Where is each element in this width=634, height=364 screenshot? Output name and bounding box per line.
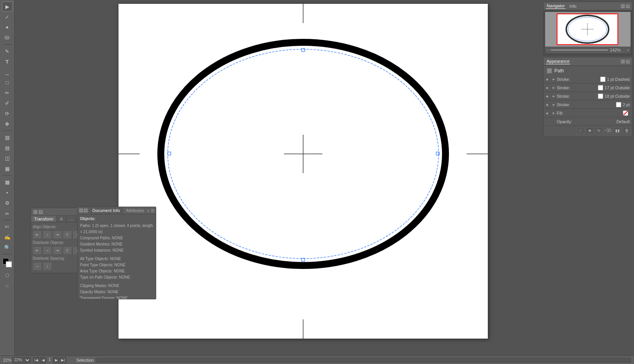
last-page-btn[interactable]: ▶| [60,357,66,363]
appear-vis-0[interactable]: ● [546,77,552,82]
appear-collapse-btn[interactable]: ‹‹ [621,60,625,63]
appear-expand-2[interactable]: ► [552,94,557,98]
direct-selection-tool[interactable]: ✓ [2,12,13,22]
appear-expand-0[interactable]: ► [552,77,557,81]
navigator-title-row: Navigator Info [546,3,577,9]
docinfo-close-btn[interactable]: ✕ [84,209,88,212]
tool-divider-3 [3,175,12,175]
tab-navigator[interactable]: Navigator [546,3,566,9]
appear-delete-btn[interactable]: 🗑 [623,127,631,134]
appear-swatch-1[interactable] [598,85,603,90]
symbol-sprayer-tool[interactable]: ◫ [2,153,13,163]
hand-tool[interactable]: ✍ [2,232,13,242]
pen-tool[interactable]: ✎ [2,46,13,56]
align-right-btn[interactable]: ⇥ [53,230,62,239]
tab-info[interactable]: Info [569,3,577,9]
rectangle-tool[interactable]: □ [2,77,13,87]
docinfo-line-3: Gradient Meshes: NONE [80,241,153,247]
docinfo-content: Objects: Paths: 1 (0 open, 1 closed, 4 p… [78,214,156,299]
appear-swatch-3[interactable] [616,102,621,107]
appear-add-fill-btn[interactable]: ■ [586,127,594,134]
appear-swatch-2[interactable] [598,94,603,99]
appear-row-2: ● ► Stroke: 18 pt Outside [544,92,632,100]
appear-add-stroke-btn[interactable]: □ [577,127,584,134]
zoom-control[interactable]: 22% 22% 50% 100% 142% 200% [3,357,31,363]
blend-tool[interactable]: ∞ [2,208,13,218]
tab-appearance[interactable]: Appearance [546,58,570,64]
dist-right-btn[interactable]: ⇥ [53,246,62,255]
lasso-tool[interactable]: Ⲱ [2,33,13,43]
docinfo-collapse-btn[interactable]: ‹‹ [79,209,83,212]
column-graph-tool[interactable]: ▦ [2,164,13,174]
line-tool[interactable]: ⎯ [2,67,13,77]
pencil-tool[interactable]: ✐ [2,98,13,108]
appear-duplicate-btn[interactable]: ▮▮ [614,127,621,134]
selection-tool[interactable]: ▶ [2,2,13,12]
appear-vis-4[interactable]: ● [546,111,552,115]
zoom-slider[interactable] [551,49,608,51]
tab-more[interactable]: ... [66,216,76,222]
dist-space-h-btn[interactable]: ↔ [33,262,42,270]
zoom-tool[interactable]: 🔍 [2,242,13,252]
dist-center-h-btn[interactable]: ↔ [43,246,52,255]
tab-document-info[interactable]: Document Info [89,207,123,214]
scissors-tool[interactable]: ✄ [2,222,13,232]
next-page-btn[interactable]: ▶ [53,357,59,363]
normal-mode-btn[interactable]: ◯ [2,270,13,280]
tool-divider-2 [3,130,12,131]
canvas-area[interactable]: ‹‹ ✕ ☰ Transform A ... Align Objects: [15,0,542,356]
tab-attributes[interactable]: Attributes [123,207,147,214]
docinfo-menu-btn[interactable]: ☰ [151,209,154,213]
align-top-btn[interactable]: ⇧ [63,230,72,239]
free-transform-tool[interactable]: ▤ [2,143,13,153]
align-left-btn[interactable]: ⇤ [33,230,42,239]
type-tool[interactable]: T [2,57,13,67]
appear-swatch-0[interactable] [600,77,606,82]
appearance-controls: ‹‹ ☰ [621,60,630,63]
appear-label-5: Opacity: [557,119,616,124]
scale-tool[interactable]: ✥ [2,119,13,129]
appear-clear-btn[interactable]: ⌫ [604,127,612,134]
appear-vis-2[interactable]: ● [546,94,552,99]
svg-rect-4 [302,48,305,52]
rotate-tool[interactable]: ⟳ [2,109,13,119]
horizontal-scrollbar[interactable] [96,358,631,362]
docinfo-back-btn[interactable]: « [147,209,149,213]
first-page-btn[interactable]: |◀ [33,357,39,363]
appear-swatch-fill[interactable] [623,110,628,116]
dist-top-btn[interactable]: ⇧ [63,246,72,255]
warp-tool[interactable]: ▧ [2,132,13,142]
appear-expand-3[interactable]: ► [552,103,557,107]
mesh-tool[interactable]: ▩ [2,177,13,187]
fill-stroke-control[interactable] [2,257,13,268]
docinfo-line-1: Paths: 1 (0 open, 1 closed, 4 points, le… [80,223,153,235]
paintbrush-tool[interactable]: ✏ [2,88,13,98]
dist-left-btn[interactable]: ⇤ [33,246,42,255]
appear-vis-3[interactable]: ● [546,102,552,107]
stroke-swatch[interactable] [6,261,12,267]
zoom-out-icon[interactable]: − [547,48,549,52]
transform-close-btn[interactable]: ✕ [39,210,43,214]
appear-menu-btn[interactable]: ☰ [626,60,630,63]
appear-expand-1[interactable]: ► [552,86,557,90]
appear-vis-5: ● [546,119,552,124]
nav-collapse-btn[interactable]: ‹‹ [621,4,625,8]
eyedropper-tool[interactable]: ⚙ [2,198,13,208]
prev-page-btn[interactable]: ◀ [40,357,46,363]
transform-collapse-btn[interactable]: ‹‹ [33,210,37,214]
appear-path-label: Path [544,67,632,75]
zoom-in-icon[interactable]: + [627,48,629,52]
appear-fx-btn[interactable]: fx [595,127,603,134]
screen-mode-btn[interactable]: □ [2,281,13,291]
appear-expand-4[interactable]: ► [552,111,557,115]
appear-vis-1[interactable]: ● [546,85,552,90]
page-navigation: |◀ ◀ 1 ▶ ▶| [33,357,66,363]
align-center-h-btn[interactable]: ↔ [43,230,52,239]
dist-space-v-btn[interactable]: ↕ [43,262,52,270]
tab-align[interactable]: A [57,216,66,222]
zoom-select[interactable]: 22% 50% 100% 142% 200% [12,357,31,363]
gradient-tool[interactable]: ▪ [2,187,13,197]
nav-menu-btn[interactable]: ☰ [626,4,630,8]
magic-wand-tool[interactable]: ✦ [2,22,13,32]
tab-transform[interactable]: Transform [31,216,57,222]
